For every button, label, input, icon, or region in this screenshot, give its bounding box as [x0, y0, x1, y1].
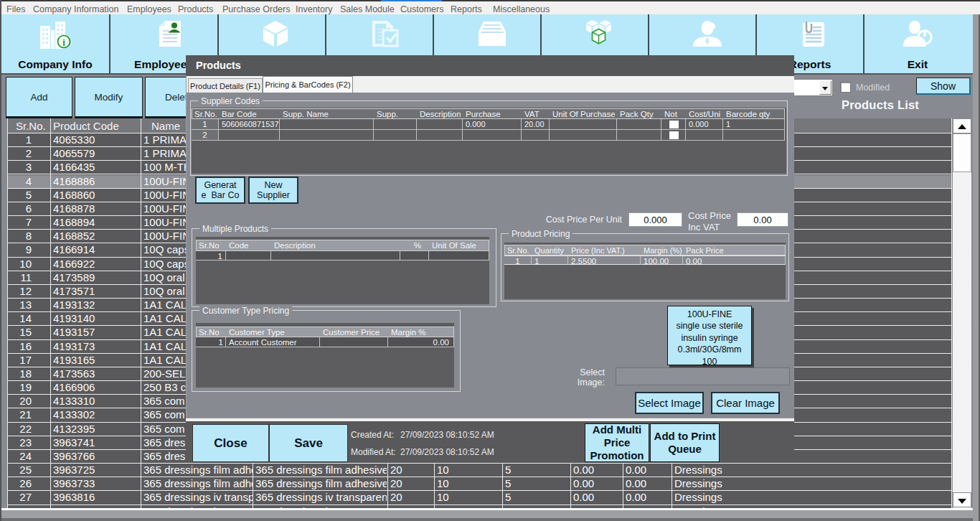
svg-text:i: i — [62, 37, 65, 48]
